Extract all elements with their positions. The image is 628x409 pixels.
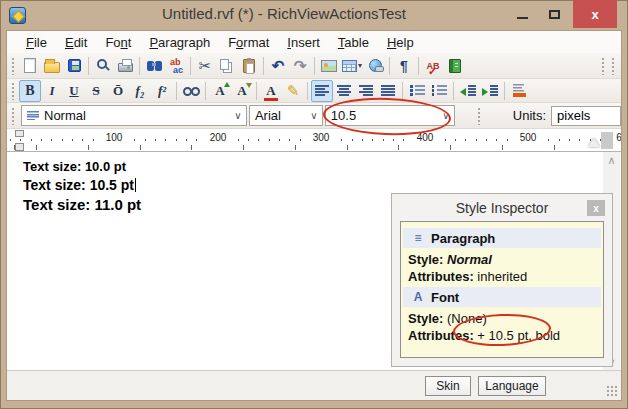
replace-button[interactable] — [165, 55, 187, 77]
formatting-marks-button[interactable]: ¶ — [393, 55, 415, 77]
insert-picture-button[interactable] — [318, 55, 340, 77]
spellcheck-button[interactable]: AB — [422, 55, 444, 77]
undo-button[interactable]: ↶ — [267, 55, 289, 77]
insert-table-button[interactable]: ▾ — [340, 55, 364, 77]
menu-item-paragraph[interactable]: Paragraph — [140, 32, 219, 53]
open-button[interactable] — [41, 55, 63, 77]
maximize-button[interactable] — [540, 0, 568, 28]
toolbar-grip[interactable] — [11, 57, 15, 75]
hidden-text-button[interactable] — [180, 80, 202, 102]
copy-button[interactable] — [216, 55, 238, 77]
language-button[interactable]: Language — [478, 376, 546, 396]
superscript-button[interactable]: f² — [151, 80, 173, 102]
scroll-up-icon[interactable]: ∧ — [607, 152, 615, 168]
chevron-down-icon[interactable]: ∨ — [230, 110, 246, 121]
title-bar[interactable]: Untitled.rvf (*) - RichViewActionsTest x — [0, 0, 628, 30]
document-text[interactable]: Text size: 10.0 ptText size: 10.5 ptText… — [23, 159, 141, 216]
units-combo[interactable]: pixels — [551, 106, 621, 126]
document-text-line[interactable]: Text size: 11.0 pt — [23, 196, 141, 213]
hyperlink-icon — [369, 59, 382, 72]
save-button[interactable] — [63, 55, 85, 77]
numbering-button[interactable] — [428, 80, 450, 102]
font-name-value: Arial — [255, 108, 281, 123]
new-document-button[interactable] — [19, 55, 41, 77]
document-text-line[interactable]: Text size: 10.5 pt — [23, 177, 141, 193]
text-highlight-button[interactable]: ✎ — [282, 80, 304, 102]
strikethrough-button[interactable]: S — [85, 80, 107, 102]
bold-button[interactable]: B — [19, 80, 41, 102]
status-bar: SkinLanguage — [7, 370, 621, 400]
bullets-button[interactable] — [406, 80, 428, 102]
document-text-line[interactable]: Text size: 10.0 pt — [23, 159, 141, 174]
inspector-section-font[interactable]: AFont — [403, 287, 601, 307]
spellcheck-icon: AB — [424, 57, 442, 75]
inspector-row: Attributes: inherited — [402, 268, 602, 285]
insert-picture-icon — [321, 60, 337, 72]
paste-icon — [243, 59, 255, 73]
menu-item-file[interactable]: File — [17, 32, 56, 53]
menu-item-insert[interactable]: Insert — [278, 32, 329, 53]
decrease-indent-icon — [460, 85, 476, 96]
toolbar-grip[interactable] — [11, 107, 15, 125]
font-name-combo[interactable]: Arial ∨ — [249, 105, 323, 126]
shrink-font-button[interactable]: A — [231, 80, 253, 102]
resize-grip[interactable] — [606, 385, 618, 397]
redo-button[interactable]: ↷ — [289, 55, 311, 77]
formatting-toolbar: BIUSŌf₂f²AAA✎ — [7, 79, 621, 103]
right-indent-marker[interactable] — [588, 138, 600, 147]
print-preview-button[interactable] — [92, 55, 114, 77]
ruler-label: 100 — [103, 132, 126, 143]
minimize-button[interactable] — [508, 0, 536, 28]
subscript-button[interactable]: f₂ — [129, 80, 151, 102]
menu-item-format[interactable]: Format — [219, 32, 278, 53]
paragraph-color-icon — [513, 84, 526, 97]
toolbar-grip[interactable] — [11, 82, 15, 100]
align-center-icon — [337, 85, 351, 96]
reference-book-button[interactable] — [444, 55, 466, 77]
align-center-button[interactable] — [333, 80, 355, 102]
align-left-button[interactable] — [311, 80, 333, 102]
hidden-text-icon — [183, 86, 200, 95]
paragraph-style-icon — [27, 111, 39, 120]
grow-font-icon: A — [211, 82, 229, 100]
align-justify-icon — [381, 85, 395, 96]
inspector-section-paragraph[interactable]: ≡Paragraph — [403, 228, 601, 248]
paragraph-style-combo[interactable]: Normal ∨ — [21, 105, 247, 126]
decrease-indent-button[interactable] — [457, 80, 479, 102]
increase-indent-button[interactable] — [479, 80, 501, 102]
toolbar1-items: ✂↶↷▾¶AB — [19, 55, 466, 77]
style-inspector-close-button[interactable]: x — [587, 200, 605, 216]
first-line-indent-marker[interactable] — [15, 130, 24, 137]
toolbar-separator — [418, 57, 419, 75]
maximize-icon — [549, 10, 560, 19]
toolbar-grip[interactable] — [477, 107, 481, 125]
menu-item-font[interactable]: Font — [96, 32, 140, 53]
underline-button[interactable]: U — [63, 80, 85, 102]
toolbar-separator — [307, 82, 308, 100]
font-color-button[interactable]: A — [260, 80, 282, 102]
dropdown-arrow-icon[interactable]: ▾ — [358, 61, 362, 70]
skin-button[interactable]: Skin — [425, 376, 471, 396]
menu-item-help[interactable]: Help — [378, 32, 423, 53]
increase-indent-icon — [482, 85, 498, 96]
paste-button[interactable] — [238, 55, 260, 77]
chevron-down-icon[interactable]: ∨ — [306, 110, 322, 121]
menu-item-edit[interactable]: Edit — [56, 32, 96, 53]
undo-icon: ↶ — [269, 57, 287, 75]
italic-button[interactable]: I — [41, 80, 63, 102]
overline-button[interactable]: Ō — [107, 80, 129, 102]
inspector-section-title: Font — [431, 290, 459, 305]
left-indent-marker[interactable] — [15, 143, 24, 151]
cut-button[interactable]: ✂ — [194, 55, 216, 77]
grow-font-button[interactable]: A — [209, 80, 231, 102]
print-button[interactable] — [114, 55, 136, 77]
toolbar-grip[interactable] — [601, 57, 605, 75]
close-button[interactable]: x — [573, 0, 617, 28]
inspector-section-title: Paragraph — [431, 231, 495, 246]
inspector-row: Style: Normal — [402, 251, 602, 268]
hyperlink-button[interactable] — [364, 55, 386, 77]
find-button[interactable] — [143, 55, 165, 77]
toolbar-grip[interactable] — [611, 57, 615, 75]
paragraph-color-button[interactable] — [508, 80, 530, 102]
menu-item-table[interactable]: Table — [329, 32, 378, 53]
